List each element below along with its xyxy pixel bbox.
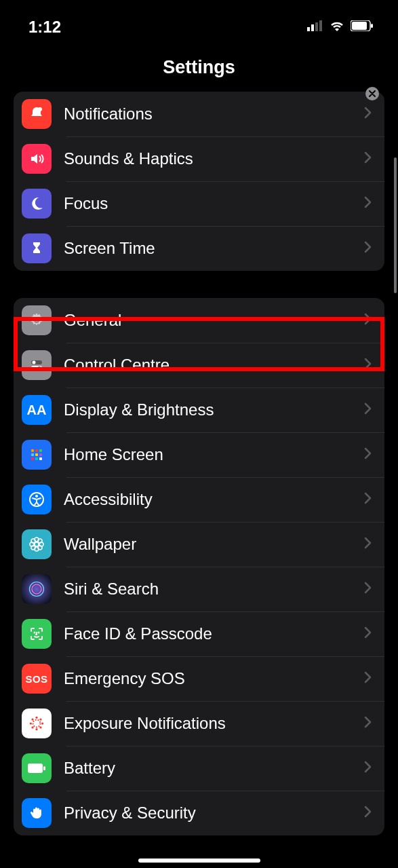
row-label: Battery: [64, 759, 364, 778]
home-indicator[interactable]: [138, 858, 260, 863]
row-sos[interactable]: SOS Emergency SOS: [14, 656, 384, 701]
svg-point-40: [41, 722, 43, 724]
chevron-right-icon: [364, 671, 372, 686]
row-screentime[interactable]: Screen Time: [14, 226, 384, 271]
svg-point-9: [33, 361, 36, 364]
page-title: Settings: [0, 57, 398, 78]
chevron-right-icon: [364, 151, 372, 166]
row-accessibility[interactable]: Accessibility: [14, 477, 384, 522]
flower-icon: [22, 529, 52, 559]
scroll-indicator: [394, 157, 397, 293]
svg-rect-14: [39, 449, 42, 452]
svg-rect-19: [35, 457, 38, 460]
chevron-right-icon: [364, 761, 372, 776]
svg-point-39: [30, 722, 32, 724]
row-siri[interactable]: Siri & Search: [14, 567, 384, 611]
row-focus[interactable]: Focus: [14, 181, 384, 226]
row-label: Screen Time: [64, 239, 364, 258]
chevron-right-icon: [364, 107, 372, 121]
chevron-right-icon: [364, 806, 372, 820]
status-bar: 1:12: [0, 0, 398, 41]
bell-icon: [22, 99, 52, 129]
settings-group-2: General Control Centre AA Display & Brig…: [14, 298, 384, 835]
row-label: Control Centre: [64, 356, 364, 375]
row-wallpaper[interactable]: Wallpaper: [14, 522, 384, 567]
chevron-right-icon: [364, 492, 372, 507]
gear-icon: [22, 305, 52, 335]
row-homescreen[interactable]: Home Screen: [14, 432, 384, 477]
svg-rect-20: [39, 457, 42, 460]
hand-icon: [22, 798, 52, 828]
svg-rect-1: [311, 24, 314, 31]
row-label: Sounds & Haptics: [64, 149, 364, 168]
row-faceid[interactable]: Face ID & Passcode: [14, 611, 384, 656]
svg-rect-18: [31, 457, 34, 460]
chevron-right-icon: [364, 402, 372, 417]
battery-full-icon: [22, 753, 52, 783]
row-battery[interactable]: Battery: [14, 746, 384, 791]
svg-point-41: [31, 718, 33, 720]
chevron-right-icon: [364, 716, 372, 731]
chevron-right-icon: [364, 626, 372, 641]
virus-icon: [22, 709, 52, 738]
svg-point-36: [33, 720, 41, 728]
row-sounds[interactable]: Sounds & Haptics: [14, 136, 384, 181]
chevron-right-icon: [364, 582, 372, 597]
row-label: Emergency SOS: [64, 669, 364, 688]
svg-point-44: [39, 726, 41, 728]
row-label: Focus: [64, 194, 364, 213]
svg-rect-45: [28, 763, 43, 773]
chevron-right-icon: [364, 537, 372, 552]
row-general[interactable]: General: [14, 298, 384, 343]
row-notifications[interactable]: Notifications: [14, 92, 384, 136]
svg-point-37: [35, 717, 37, 719]
row-label: Wallpaper: [64, 535, 364, 554]
svg-point-33: [32, 584, 41, 594]
chevron-right-icon: [364, 196, 372, 211]
cellular-icon: [307, 20, 323, 34]
row-label: Siri & Search: [64, 580, 364, 599]
svg-rect-5: [352, 22, 367, 30]
aa-icon: AA: [22, 395, 52, 425]
svg-rect-17: [39, 453, 42, 456]
speaker-icon: [22, 144, 52, 174]
face-icon: [22, 619, 52, 649]
svg-point-34: [35, 633, 35, 633]
svg-point-42: [39, 718, 41, 720]
svg-rect-2: [315, 22, 318, 31]
svg-rect-46: [43, 766, 45, 770]
svg-rect-13: [35, 449, 38, 452]
header: Settings: [0, 41, 398, 92]
row-label: Home Screen: [64, 445, 364, 464]
svg-point-38: [35, 728, 37, 730]
status-icons: [307, 20, 374, 35]
grid-icon: [22, 440, 52, 470]
svg-rect-0: [307, 27, 310, 31]
toggles-icon: [22, 350, 52, 380]
svg-rect-12: [31, 449, 34, 452]
row-label: Display & Brightness: [64, 400, 364, 419]
svg-rect-16: [35, 453, 38, 456]
svg-rect-15: [31, 453, 34, 456]
row-display[interactable]: AA Display & Brightness: [14, 388, 384, 432]
row-label: General: [64, 311, 364, 330]
row-label: Privacy & Security: [64, 804, 364, 823]
svg-point-7: [38, 107, 42, 111]
svg-point-23: [35, 542, 39, 546]
row-controlcentre[interactable]: Control Centre: [14, 343, 384, 388]
moon-icon: [22, 189, 52, 219]
chevron-right-icon: [364, 447, 372, 462]
status-time: 1:12: [28, 18, 61, 37]
row-exposure[interactable]: Exposure Notifications: [14, 701, 384, 746]
svg-rect-3: [319, 20, 322, 31]
wifi-icon: [329, 20, 345, 35]
svg-point-11: [38, 366, 41, 370]
person-circle-icon: [22, 485, 52, 514]
row-label: Accessibility: [64, 490, 364, 509]
row-label: Face ID & Passcode: [64, 624, 364, 643]
siri-icon: [22, 574, 52, 604]
chevron-right-icon: [364, 358, 372, 373]
row-privacy[interactable]: Privacy & Security: [14, 791, 384, 835]
row-label: Notifications: [64, 105, 364, 124]
svg-rect-6: [371, 24, 373, 28]
